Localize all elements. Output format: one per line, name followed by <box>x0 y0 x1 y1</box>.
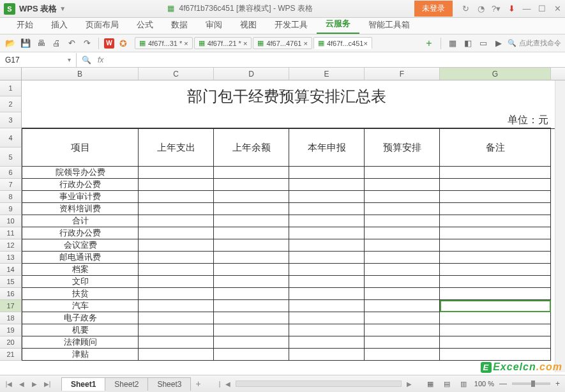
cell-E17[interactable] <box>289 300 365 312</box>
tool-icon-3[interactable]: ▭ <box>477 37 490 50</box>
cell-C17[interactable] <box>139 300 214 312</box>
row-header-20[interactable]: 20 <box>0 336 22 349</box>
cell-B12[interactable]: 会议室费 <box>22 239 139 252</box>
sheet-tab-Sheet3[interactable]: Sheet3 <box>147 377 191 391</box>
row-header-8[interactable]: 8 <box>0 191 22 203</box>
redo-icon[interactable]: ↷ <box>80 37 93 50</box>
cell-B11[interactable]: 行政办公费 <box>22 227 139 239</box>
tool-icon-1[interactable]: ▦ <box>446 37 459 50</box>
menu-item-5[interactable]: 审阅 <box>197 17 231 34</box>
cell-C7[interactable] <box>139 179 214 191</box>
cell-F20[interactable] <box>365 336 440 349</box>
header-cell-4[interactable]: 预算安排 <box>365 129 440 167</box>
cell-D15[interactable] <box>214 276 289 288</box>
cell-D6[interactable] <box>214 167 289 179</box>
cell-B7[interactable]: 行政办公费 <box>22 179 139 191</box>
menu-item-6[interactable]: 视图 <box>231 17 266 34</box>
cell-G9[interactable] <box>440 203 551 215</box>
cell-reference-box[interactable]: G17 ▾ <box>0 53 77 67</box>
cell-D12[interactable] <box>214 239 289 252</box>
row-header-4[interactable]: 4 <box>0 128 22 147</box>
cell-C10[interactable] <box>139 215 214 227</box>
cell-C12[interactable] <box>139 239 214 252</box>
cell-C9[interactable] <box>139 203 214 215</box>
row-header-13[interactable]: 13 <box>0 252 22 264</box>
cell-G8[interactable] <box>440 191 551 203</box>
zoom-in-icon[interactable]: + <box>555 379 560 388</box>
cell-D7[interactable] <box>214 179 289 191</box>
cell-G12[interactable] <box>440 239 551 252</box>
row-header-18[interactable]: 18 <box>0 312 22 324</box>
header-cell-0[interactable]: 项目 <box>22 129 139 167</box>
add-tab-icon[interactable]: + <box>423 37 435 50</box>
file-tab-2[interactable]: ▦4f67...4761 × <box>253 37 312 49</box>
spreadsheet-grid[interactable]: BCDEFG 123456789101112131415161718192021… <box>0 68 565 372</box>
row-header-14[interactable]: 14 <box>0 264 22 276</box>
view-page-icon[interactable]: ▤ <box>441 379 453 388</box>
col-header-E[interactable]: E <box>289 68 365 80</box>
cell-C16[interactable] <box>139 288 214 300</box>
menu-item-4[interactable]: 数据 <box>162 17 197 34</box>
col-header-C[interactable]: C <box>139 68 214 80</box>
cell-G14[interactable] <box>440 264 551 276</box>
cell-D21[interactable] <box>214 349 289 361</box>
cell-F12[interactable] <box>365 239 440 252</box>
cell-C15[interactable] <box>139 276 214 288</box>
cell-E7[interactable] <box>289 179 365 191</box>
cell-D11[interactable] <box>214 227 289 239</box>
cell-E16[interactable] <box>289 288 365 300</box>
cell-F13[interactable] <box>365 252 440 264</box>
hscroll-left-icon[interactable]: ◀ <box>225 381 230 388</box>
zoom-level[interactable]: 100 % <box>474 380 494 388</box>
cell-G19[interactable] <box>440 324 551 336</box>
sheet-title-cell[interactable]: 部门包干经费预算安排汇总表 <box>22 80 551 112</box>
col-header-F[interactable]: F <box>365 68 440 80</box>
cell-E19[interactable] <box>289 324 365 336</box>
cell-B18[interactable]: 电子政务 <box>22 312 139 324</box>
unit-cell[interactable]: 单位：元 <box>22 112 551 128</box>
row-header-19[interactable]: 19 <box>0 324 22 336</box>
cell-F14[interactable] <box>365 264 440 276</box>
cell-C8[interactable] <box>139 191 214 203</box>
save-icon[interactable]: 💾 <box>19 37 32 50</box>
print-preview-icon[interactable]: 🖨 <box>50 37 63 50</box>
cell-D20[interactable] <box>214 336 289 349</box>
cell-D8[interactable] <box>214 191 289 203</box>
cell-C11[interactable] <box>139 227 214 239</box>
cell-G20[interactable] <box>440 336 551 349</box>
cell-G17[interactable] <box>440 300 551 312</box>
cell-B9[interactable]: 资料培训费 <box>22 203 139 215</box>
cell-B6[interactable]: 院领导办公费 <box>22 167 139 179</box>
cell-C19[interactable] <box>139 324 214 336</box>
pin-icon[interactable]: ⬇ <box>504 1 519 17</box>
menu-item-8[interactable]: 云服务 <box>317 15 359 34</box>
cell-D19[interactable] <box>214 324 289 336</box>
cell-F16[interactable] <box>365 288 440 300</box>
wps-logo-icon[interactable]: W <box>104 38 114 49</box>
cell-G11[interactable] <box>440 227 551 239</box>
cell-G13[interactable] <box>440 252 551 264</box>
tool-icon-4[interactable]: ▶ <box>492 37 505 50</box>
cell-F15[interactable] <box>365 276 440 288</box>
cell-D18[interactable] <box>214 312 289 324</box>
file-tab-1[interactable]: ▦4f67f...21 * × <box>194 37 252 49</box>
cell-E21[interactable] <box>289 349 365 361</box>
header-cell-5[interactable]: 备注 <box>440 129 551 167</box>
sheet-first-icon[interactable]: |◀ <box>4 379 14 389</box>
cell-E20[interactable] <box>289 336 365 349</box>
cell-F10[interactable] <box>365 215 440 227</box>
row-header-3[interactable]: 3 <box>0 112 22 128</box>
cell-E12[interactable] <box>289 239 365 252</box>
row-header-15[interactable]: 15 <box>0 276 22 288</box>
brain-icon[interactable]: ✪ <box>117 37 130 50</box>
login-button[interactable]: 未登录 <box>414 1 453 17</box>
select-all-corner[interactable] <box>0 68 22 80</box>
cell-B14[interactable]: 档案 <box>22 264 139 276</box>
hscroll-right-icon[interactable]: ▶ <box>407 381 412 388</box>
cell-F6[interactable] <box>365 167 440 179</box>
cell-C20[interactable] <box>139 336 214 349</box>
cell-ref-caret-icon[interactable]: ▾ <box>68 56 71 63</box>
cell-C18[interactable] <box>139 312 214 324</box>
cells-area[interactable]: 部门包干经费预算安排汇总表单位：元项目上年支出上年余额本年申报预算安排备注院领导… <box>22 80 565 361</box>
row-header-16[interactable]: 16 <box>0 288 22 300</box>
